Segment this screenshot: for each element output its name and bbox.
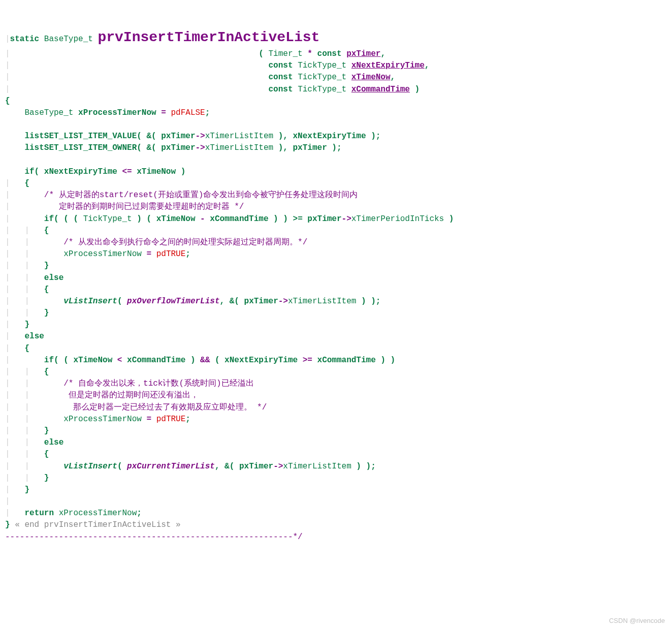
call-vListInsert: vListInsert [63,297,117,306]
const-pdFALSE: pdFALSE [171,108,205,117]
param-xCommandTime: xCommandTime [351,85,410,94]
comment-2: /* 从发出命令到执行命令之间的时间处理实际超过定时器周期。*/ [63,238,307,247]
brace-open: { [5,97,10,106]
comment-1b: 定时器的到期时间已过则需要处理超时的定时器 */ [44,202,244,211]
func-name: prvInsertTimerInActiveList [98,29,319,45]
macro-set-value: listSET_LIST_ITEM_VALUE [24,132,137,141]
type-ret: BaseType_t [44,35,93,44]
var-xProcessTimerNow: xProcessTimerNow [78,108,156,117]
comment-3a: /* 自命令发出以来，tick计数(系统时间)已经溢出 [63,379,253,388]
arg-current-list: pxCurrentTimerList [127,462,215,471]
member-period: xTimerPeriodInTicks [351,214,444,224]
kw-return: return [24,509,54,518]
fold-marker: « end prvInsertTimerInActiveList » [10,520,181,529]
param-xTimeNow: xTimeNow [351,73,391,82]
comment-3c: 那么定时器一定已经过去了有效期及应立即处理。 */ [63,403,267,412]
brace-close: } [5,520,10,529]
param-pxTimer: pxTimer [346,49,380,58]
divider-line: ----------------------------------------… [5,532,303,542]
kw-static: static [10,35,40,44]
arg-overflow-list: pxOverflowTimerList [127,297,219,306]
comment-3b: 但是定时器的过期时间还没有溢出， [63,391,199,400]
kw-else: else [44,273,63,282]
const-pdTRUE: pdTRUE [156,249,186,259]
macro-set-owner: listSET_LIST_ITEM_OWNER [24,143,137,152]
comment-1a: /* 从定时器的start/reset(开始或重置)命令发出到命令被守护任务处理… [44,191,358,200]
kw-if: if [24,167,34,176]
param-xNextExpiryTime: xNextExpiryTime [351,61,425,70]
